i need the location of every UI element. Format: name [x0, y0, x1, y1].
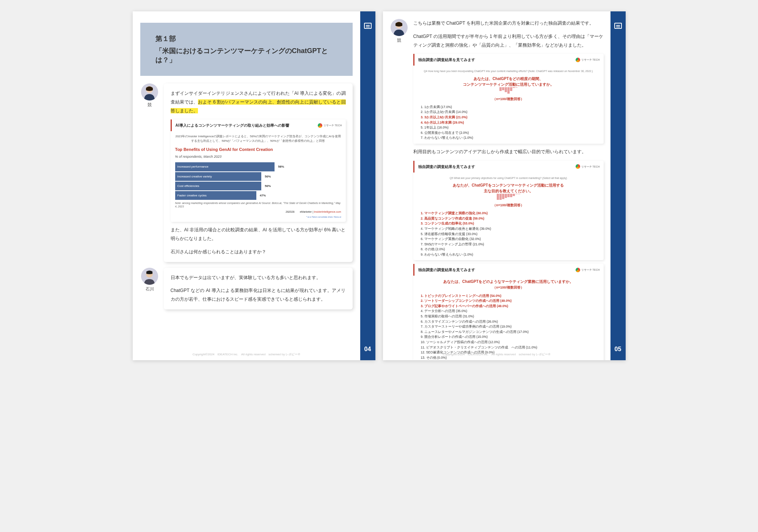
speaker-name: 競 — [140, 102, 159, 108]
survey-title: あなたは、ChatGPTをどの程度の期間、 コンテンツマーケティング活動に活用し… — [418, 76, 599, 87]
list-item: 10. ソーシャルメディア投稿の作成への活用 (12.0%) — [421, 340, 596, 345]
survey-question-en: Q4 How long have you been incorporating … — [418, 69, 599, 74]
chart-header: 独自調査の調査結果を見てみますリサーチ TECH — [413, 161, 604, 173]
section-header: 第１部 「米国におけるコンテンツマーケティングのChatGPTとは？」 — [140, 23, 353, 76]
conversation-block: 競 まずインサイダーインテリジェンスさんによって行われた「AI 導入による変化」… — [140, 83, 353, 262]
speech-bubble: まずインサイダーインテリジェンスさんによって行われた「AI 導入による変化」の調… — [164, 83, 353, 262]
list-item: 3. ブログ記事やホワイトペーパーの作成への活用 (49.0%) — [421, 304, 596, 309]
page-content: 競 こちらは業務で ChatGPT を利用した米国企業の方を対象に行った独自調査… — [383, 11, 610, 360]
bubble-para: ChatGPT などの AI 導入による業務効率化は日米ともに結果が現れています… — [171, 286, 346, 304]
conversation-block: 石川 日本でもデータは出ていますが、実体験している方も多いと思われます。 Cha… — [140, 268, 353, 309]
bar-chart: Increased performance58% Increased creat… — [175, 162, 341, 200]
tech-logo: リサーチ TECH — [318, 123, 342, 128]
avatar — [141, 83, 158, 100]
list-item: 4. データ分析への活用 (35.0%) — [421, 309, 596, 314]
list-item: 4. マーケティング戦略の改善と最適化 (39.0%) — [421, 226, 596, 232]
chart-note: Note: among marketing respondents whose … — [175, 201, 341, 208]
avatar — [141, 268, 158, 285]
mini-bar-chart — [418, 194, 599, 200]
header-line1: 第１部 — [155, 34, 337, 43]
bubble-para: 日本でもデータは出ていますが、実体験している方も多いと思われます。 — [171, 273, 346, 282]
embedded-chart-card: AI導入によるコンテンツマーケティングの取り組みと効率への影響 リサーチ TEC… — [171, 119, 346, 222]
logo-icon — [318, 123, 322, 128]
speech-bubble: 日本でもデータは出ていますが、実体験している方も多いと思われます。 ChatGP… — [164, 268, 353, 309]
avatar — [391, 19, 408, 36]
chart-body: あなたは、ChatGPTをどのようなマーケティング業務に活用していますか。 （n… — [413, 276, 604, 360]
bar-row: Cost efficiencies50% — [175, 182, 341, 190]
speaker-name: 石川 — [140, 286, 159, 292]
bar-row: Increased creative variety50% — [175, 172, 341, 181]
list-item: 4. 6か月以上1年未満 (29.0%) — [421, 120, 596, 126]
list-item: 9. わからない/答えられない (1.0%) — [421, 252, 596, 257]
bubble-para: また、AI 非活用の場合との比較調査の結果、AI を活用している方が効率が 6%… — [171, 226, 346, 243]
list-item: 11. ビデオスクリプト・クリエイティブコンテンツの作成 への活用 (11.0%… — [421, 345, 596, 350]
copyright-footer: Copyright©2024 IDEATECH inc. All rights … — [133, 352, 360, 356]
list-item: 3. 3か月以上6か月未満 (21.0%) — [421, 115, 596, 120]
page-number: 04 — [364, 346, 371, 353]
chart-header: 独自調査の調査結果を見てみますリサーチ TECH — [413, 54, 604, 66]
chart-body: 2023年のInsider Intelligenceの調査レポートによると、58… — [171, 131, 346, 222]
tech-logo: リサーチ TECH — [576, 267, 600, 272]
page-number: 05 — [615, 346, 621, 353]
chart-title: Top Benefits of Using GenAI for Content … — [175, 146, 341, 154]
page-right: 競 こちらは業務で ChatGPT を利用した米国企業の方を対象に行った独自調査… — [383, 11, 626, 360]
survey-list: 1. 1か月未満 (17.0%)2. 1か月以上3か月未満 (14.0%)3. … — [418, 105, 599, 141]
list-item: 8. その他 (2.0%) — [421, 247, 596, 252]
page-left: 第１部 「米国におけるコンテンツマーケティングのChatGPTとは？」 競 まず… — [133, 11, 375, 360]
list-item: 7. わからない/答えられない (1.0%) — [421, 135, 596, 141]
avatar-column: 石川 — [140, 268, 159, 309]
list-item: 6. マーケティング業務の自動化 (32.0%) — [421, 237, 596, 242]
chart-header: AI導入によるコンテンツマーケティングの取り組みと効率への影響 リサーチ TEC… — [171, 119, 346, 131]
bar-row: Increased performance58% — [175, 162, 341, 171]
survey-card: 独自調査の調査結果を見てみますリサーチ TECH Q4 How long hav… — [413, 54, 604, 144]
document-icon — [364, 23, 372, 29]
mini-bar-chart — [418, 87, 599, 94]
survey-title: あなたは、ChatGPTをどのようなマーケティング業務に活用していますか。 — [418, 279, 599, 284]
logo-icon — [576, 268, 580, 272]
chart-header: 独自調査の調査結果を見てみますリサーチ TECH — [413, 264, 604, 276]
para: こちらは業務で ChatGPT を利用した米国企業の方を対象に行った独自調査の結… — [413, 19, 604, 28]
document-icon — [614, 23, 622, 29]
logo-icon — [576, 164, 580, 169]
bar-row: Faster creative cycles47% — [175, 191, 341, 200]
copyright-footer: Copyright©2024 IDEATECH inc. All rights … — [383, 352, 610, 356]
survey-list: 1. トピックのブレインストーミングへの活用 (54.0%)2. ソートリーダー… — [418, 293, 599, 360]
avatar-column: 競 — [390, 19, 409, 360]
chart-source: 282028 eMarketer | InsiderIntelligence.c… — [175, 209, 341, 214]
list-item: 6. カスタマイズコンテンツの作成への活用 (26.0%) — [421, 319, 596, 325]
list-item: 1. トピックのブレインストーミングへの活用 (54.0%) — [421, 293, 596, 299]
chart-link: * as e-Tailors consolidate share / Botco… — [175, 215, 341, 219]
chart-header-title: AI導入によるコンテンツマーケティングの取り組みと効率への影響 — [176, 122, 318, 129]
list-item: 1. マーケティング調査と洞察の強化 (60.0%) — [421, 211, 596, 216]
avatar-column: 競 — [140, 83, 159, 262]
list-item: 6. 公開直後から現在まで (2.0%) — [421, 130, 596, 136]
tech-logo: リサーチ TECH — [576, 164, 600, 169]
list-item: 3. コンテンツ生成の効率化 (53.0%) — [421, 221, 596, 226]
list-item: 2. 1か月以上3か月未満 (14.0%) — [421, 110, 596, 115]
bubble-para: 石川さんは何か感じられることはありますか？ — [171, 248, 346, 256]
list-item: 7. SNSのマーケティング上の管理 (21.0%) — [421, 242, 596, 247]
chart-body: Q5 What are your primary objectives for … — [413, 173, 604, 261]
para: ChatGPT の活用期間ですが半年から 1 年前より利用している方が多く、その… — [413, 32, 604, 50]
survey-list: 1. マーケティング調査と洞察の強化 (60.0%)2. 高品質なコンテンツ作成… — [418, 211, 599, 257]
list-item: 9. 競合分析レポートの作成への活用 (15.0%) — [421, 334, 596, 340]
logo-icon — [576, 58, 580, 62]
survey-card: 独自調査の調査結果を見てみますリサーチ TECH あなたは、ChatGPTをどの… — [413, 264, 604, 360]
chart-body: Q4 How long have you been incorporating … — [413, 66, 604, 144]
speaker-name: 競 — [390, 38, 409, 43]
survey-card: 独自調査の調査結果を見てみますリサーチ TECH Q5 What are you… — [413, 161, 604, 261]
para: 利用目的もコンテンツのアイデア出しから作成まで幅広い目的で用いられています。 — [413, 148, 604, 156]
right-sidebar: 04 — [360, 11, 375, 360]
survey-n: （n=100/複数回答） — [418, 96, 599, 102]
header-line2: 「米国におけるコンテンツマーケティングのChatGPTとは？」 — [155, 46, 337, 64]
page-content: 第１部 「米国におけるコンテンツマーケティングのChatGPTとは？」 競 まず… — [133, 11, 360, 360]
list-item: 5. 潜在顧客の情報収集の支援 (33.0%) — [421, 232, 596, 237]
list-item: 5. 市場洞察の取得への活用 (31.0%) — [421, 314, 596, 319]
list-item: 2. 高品質なコンテンツ作成の促進 (59.0%) — [421, 216, 596, 221]
list-item: 2. ソートリーダーシップコンテンツの作成への活用 (49.0%) — [421, 298, 596, 304]
right-sidebar: 05 — [610, 11, 626, 360]
list-item: 5. 1年以上 (16.0%) — [421, 125, 596, 130]
list-item: 1. 1か月未満 (17.0%) — [421, 105, 596, 110]
survey-question-en: Q5 What are your primary objectives for … — [418, 176, 599, 180]
list-item: 8. ニュースレターやメールマガジンコンテンツの生成への活用 (17.0%) — [421, 330, 596, 335]
